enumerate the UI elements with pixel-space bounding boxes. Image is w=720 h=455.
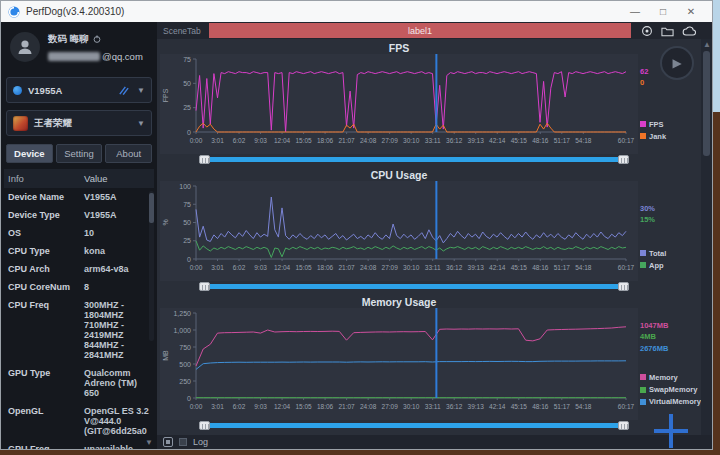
value-cell: kona (84, 246, 150, 256)
svg-text:%: % (162, 219, 169, 225)
svg-text:3:01: 3:01 (211, 403, 224, 410)
svg-text:54:18: 54:18 (575, 137, 592, 144)
info-cell: Device Name (8, 192, 84, 202)
cloud-icon[interactable] (682, 25, 696, 37)
table-row: CPU Freq300MHZ - 1804MHZ 710MHZ - 2419MH… (4, 296, 154, 364)
svg-text:6:02: 6:02 (233, 137, 246, 144)
sidebar-scrollbar[interactable] (149, 191, 154, 341)
svg-text:60:17: 60:17 (618, 403, 635, 410)
svg-text:42:14: 42:14 (489, 403, 506, 410)
info-cell: OpenGL (8, 406, 84, 436)
slider-track[interactable] (204, 423, 624, 428)
memory-chart[interactable]: 02505007501,0001,2500:003:016:029:0312:0… (160, 308, 638, 420)
slider-track[interactable] (204, 157, 624, 162)
slider-left-handle[interactable] (199, 421, 210, 430)
svg-text:21:07: 21:07 (338, 137, 355, 144)
tab-device[interactable]: Device (6, 144, 53, 163)
maximize-button[interactable]: □ (649, 1, 677, 22)
value-cell: 300MHZ - 1804MHZ 710MHZ - 2419MHZ 844MHZ… (84, 300, 150, 360)
memory-chart-title: Memory Usage (160, 293, 638, 308)
scene-label-tab[interactable]: label1 (209, 23, 631, 38)
svg-text:30:10: 30:10 (403, 403, 420, 410)
memory-time-range-slider[interactable] (199, 421, 629, 430)
svg-text:9:03: 9:03 (254, 264, 267, 271)
scene-label-text: label1 (408, 26, 432, 36)
legend-swatch (640, 133, 646, 139)
chevron-down-icon[interactable]: ▼ (137, 86, 145, 95)
legend-swatch (640, 121, 646, 127)
fps-time-range-slider[interactable] (199, 155, 629, 164)
legend-item-swap: SwapMemory (640, 384, 702, 395)
charts-area: FPS 02550750:003:016:029:0312:0415:0518:… (157, 39, 712, 435)
fps-chart[interactable]: 02550750:003:016:029:0312:0415:0518:0621… (160, 54, 638, 154)
legend-label: SwapMemory (649, 384, 697, 395)
svg-text:12:04: 12:04 (274, 403, 291, 410)
svg-text:51:17: 51:17 (554, 264, 571, 271)
slider-left-handle[interactable] (199, 155, 210, 164)
table-row: OpenGLOpenGL ES 3.2 V@444.0 (GIT@6dd25a0 (4, 402, 154, 440)
legend-swatch (640, 262, 646, 268)
scrollbar-thumb[interactable] (703, 51, 710, 156)
svg-text:45:15: 45:15 (511, 137, 528, 144)
crosshair-plus-icon[interactable] (654, 414, 688, 448)
chevron-down-icon[interactable]: ▼ (137, 119, 145, 128)
close-button[interactable]: ✕ (677, 1, 705, 22)
svg-text:45:15: 45:15 (511, 264, 528, 271)
cpu-time-range-slider[interactable] (199, 282, 629, 291)
scene-tab-label: SceneTab (157, 26, 209, 36)
legend-swatch (640, 374, 646, 380)
svg-text:15:05: 15:05 (295, 137, 312, 144)
svg-text:0: 0 (187, 129, 191, 136)
slider-track[interactable] (204, 284, 624, 289)
table-row: CPU Typekona (4, 242, 154, 260)
cpu-total-current-value: 30% (640, 203, 702, 214)
memory-legend: Memory SwapMemory VirtualMemory (640, 372, 702, 408)
svg-text:MB: MB (162, 350, 169, 361)
slider-right-handle[interactable] (618, 282, 629, 291)
logout-power-icon[interactable] (93, 35, 101, 43)
legend-item-total: Total (640, 248, 702, 259)
device-select[interactable]: V1955A ▼ (6, 77, 152, 103)
svg-text:500: 500 (179, 361, 191, 368)
app-select[interactable]: 王者荣耀 ▼ (6, 110, 152, 136)
app-select-label: 王者荣耀 (34, 117, 72, 130)
svg-text:24:08: 24:08 (360, 264, 377, 271)
svg-text:48:16: 48:16 (532, 264, 549, 271)
svg-text:39:13: 39:13 (468, 403, 485, 410)
wireless-connect-icon[interactable] (118, 85, 129, 96)
log-bar: Log (157, 435, 712, 449)
svg-text:30:10: 30:10 (403, 137, 420, 144)
log-checkbox[interactable] (179, 438, 187, 446)
main-scrollbar[interactable]: ▲ (701, 39, 712, 435)
value-cell: 8 (84, 282, 150, 292)
legend-swatch (640, 387, 646, 393)
slider-left-handle[interactable] (199, 282, 210, 291)
legend-label: App (649, 260, 664, 271)
tab-about[interactable]: About (105, 144, 152, 163)
svg-text:75: 75 (183, 56, 191, 63)
value-cell: V1955A (84, 192, 150, 202)
play-button[interactable]: ▶ (660, 46, 694, 80)
svg-text:25: 25 (183, 237, 191, 244)
folder-icon[interactable] (661, 25, 674, 37)
perfdog-window: PerfDog(v3.4.200310) — □ ✕ 数码 晦聊 (0, 0, 713, 450)
window-title: PerfDog(v3.4.200310) (26, 6, 124, 17)
slider-right-handle[interactable] (618, 155, 629, 164)
expand-log-button[interactable] (163, 437, 173, 447)
svg-text:24:08: 24:08 (360, 403, 377, 410)
svg-text:50: 50 (183, 80, 191, 87)
scroll-down-icon[interactable]: ▼ (145, 438, 153, 447)
cpu-chart[interactable]: 02550751000:003:016:029:0312:0415:0518:0… (160, 181, 638, 281)
table-row: Device TypeV1955A (4, 206, 154, 224)
svg-text:27:09: 27:09 (382, 403, 399, 410)
legend-item-fps: FPS (640, 119, 702, 130)
minimize-button[interactable]: — (621, 1, 649, 22)
slider-right-handle[interactable] (618, 421, 629, 430)
tab-setting[interactable]: Setting (56, 144, 103, 163)
window-titlebar[interactable]: PerfDog(v3.4.200310) — □ ✕ (1, 1, 712, 22)
avatar[interactable] (10, 32, 40, 62)
memory-chart-block: Memory Usage 02505007501,0001,2500:003:0… (160, 293, 712, 432)
info-cell: CPU Freq (8, 300, 84, 360)
scroll-up-icon[interactable]: ▲ (703, 40, 711, 49)
marker-pin-icon[interactable] (641, 25, 653, 37)
